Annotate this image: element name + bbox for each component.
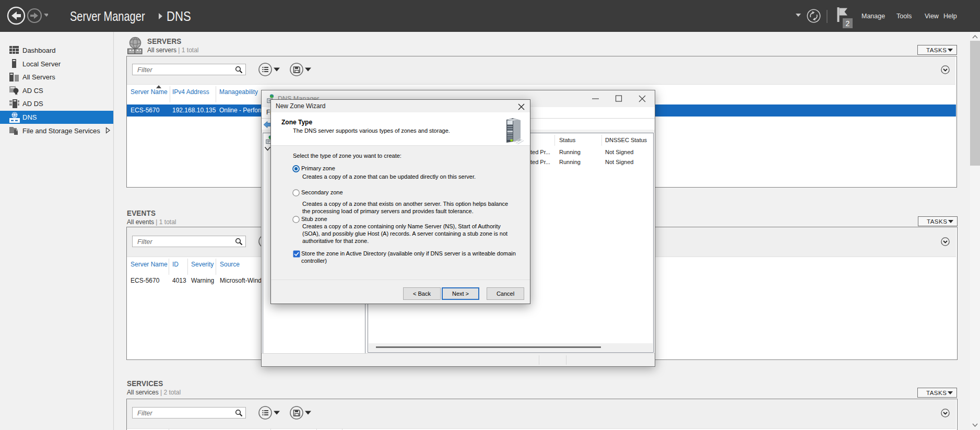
svg-text:2: 2	[846, 19, 850, 28]
